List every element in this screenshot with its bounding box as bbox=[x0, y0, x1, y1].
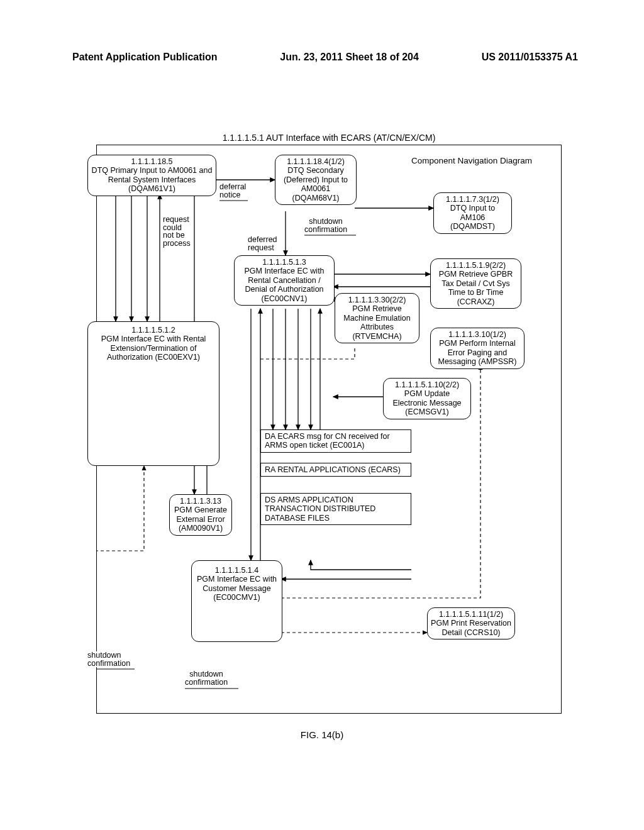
label-shutdown-conf-1: shutdown confirmation bbox=[304, 218, 347, 233]
label-deferral-notice: deferral notice bbox=[219, 183, 246, 199]
component-nav-diagram-label: Component Navigation Diagram bbox=[411, 156, 532, 165]
diagram-frame: 1.1.1.1.5.1 AUT Interface with ECARS (AT… bbox=[96, 145, 562, 714]
rect-ds-arms: DS ARMS APPLICATION TRANSACTION DISTRIBU… bbox=[260, 493, 411, 525]
node-text: PGM Update Electronic Message (ECMSGV1) bbox=[387, 389, 467, 416]
node-text: PGM Print Reservation Detail (CCRS10) bbox=[431, 619, 511, 637]
node-dtq-am106: 1.1.1.1.7.3(1/2) DTQ Input to AM106 (DQA… bbox=[433, 192, 512, 234]
node-text: PGM Interface EC with Rental Cancellatio… bbox=[238, 267, 331, 303]
node-ec-cancel: 1.1.1.1.5.1.3 PGM Interface EC with Rent… bbox=[234, 255, 335, 306]
node-update-msg: 1.1.1.1.5.1.10(2/2) PGM Update Electroni… bbox=[383, 378, 471, 419]
node-ec-customer-msg: 1.1.1.1.5.1.4 PGM Interface EC with Cust… bbox=[191, 560, 282, 642]
node-generate-error: 1.1.1.1.3.13 PGM Generate External Error… bbox=[169, 494, 232, 536]
header-middle: Jun. 23, 2011 Sheet 18 of 204 bbox=[280, 52, 419, 63]
node-id: 1.1.1.1.7.3(1/2) bbox=[437, 195, 508, 204]
label-req-notprocess: request could not be process bbox=[163, 216, 191, 247]
node-text: DTQ Input to AM106 (DQAMDST) bbox=[437, 204, 508, 231]
node-retrieve-machine: 1.1.1.1.3.30(2/2) PGM Retrieve Machine E… bbox=[335, 293, 419, 343]
node-id: 1.1.1.1.3.30(2/2) bbox=[338, 296, 416, 304]
node-id: 1.1.1.1.5.1.4 bbox=[195, 566, 279, 575]
frame-title: 1.1.1.1.5.1 AUT Interface with ECARS (AT… bbox=[97, 133, 561, 143]
node-id: 1.1.1.1.5.1.10(2/2) bbox=[387, 380, 467, 389]
node-id: 1.1.1.1.3.10(1/2) bbox=[434, 330, 521, 339]
node-text: PGM Retrieve GPBR Tax Detail / Cvt Sys T… bbox=[434, 270, 518, 306]
header-right: US 2011/0153375 A1 bbox=[482, 52, 578, 63]
figure-caption: FIG. 14(b) bbox=[0, 729, 644, 740]
node-id: 1.1.1.1.5.1.11(1/2) bbox=[431, 610, 511, 619]
node-id: 1.1.1.1.5.1.3 bbox=[238, 258, 331, 267]
label-shutdown-conf-2: shutdown confirmation bbox=[87, 651, 130, 667]
node-text: DTQ Secondary (Deferred) Input to AM0061… bbox=[279, 166, 353, 202]
node-dtq-secondary: 1.1.1.1.18.4(1/2) DTQ Secondary (Deferre… bbox=[275, 155, 357, 205]
page-header: Patent Application Publication Jun. 23, … bbox=[0, 52, 644, 63]
node-id: 1.1.1.1.3.13 bbox=[173, 497, 228, 506]
node-dtq-primary: 1.1.1.1.18.5 DTQ Primary Input to AM0061… bbox=[87, 155, 216, 196]
node-error-paging: 1.1.1.1.3.10(1/2) PGM Perform Internal E… bbox=[430, 328, 525, 369]
node-id: 1.1.1.1.5.1.2 bbox=[91, 326, 216, 335]
node-text: PGM Interface EC with Rental Extension/T… bbox=[91, 335, 216, 362]
label-deferred-request: deferred request bbox=[248, 236, 277, 252]
node-text: PGM Interface EC with Customer Message (… bbox=[195, 575, 279, 602]
label-shutdown-conf-3: shutdown confirmation bbox=[185, 670, 228, 686]
rect-ra-rental: RA RENTAL APPLICATIONS (ECARS) bbox=[260, 463, 411, 477]
node-id: 1.1.1.1.5.1.9(2/2) bbox=[434, 261, 518, 270]
node-print-reservation: 1.1.1.1.5.1.11(1/2) PGM Print Reservatio… bbox=[427, 607, 515, 639]
node-text: PGM Retrieve Machine Emulation Attribute… bbox=[338, 304, 416, 341]
node-text: PGM Generate External Error (AM0090V1) bbox=[173, 506, 228, 533]
node-id: 1.1.1.1.18.4(1/2) bbox=[279, 157, 353, 166]
node-ec-extension: 1.1.1.1.5.1.2 PGM Interface EC with Rent… bbox=[87, 321, 219, 466]
node-id: 1.1.1.1.18.5 bbox=[91, 157, 213, 166]
node-retrieve-gpbr: 1.1.1.1.5.1.9(2/2) PGM Retrieve GPBR Tax… bbox=[430, 258, 521, 309]
rect-da-ecars: DA ECARS msg for CN received for ARMS op… bbox=[260, 429, 411, 453]
node-text: DTQ Primary Input to AM0061 and Rental S… bbox=[91, 166, 213, 193]
node-text: PGM Perform Internal Error Paging and Me… bbox=[434, 339, 521, 366]
header-left: Patent Application Publication bbox=[72, 52, 218, 63]
